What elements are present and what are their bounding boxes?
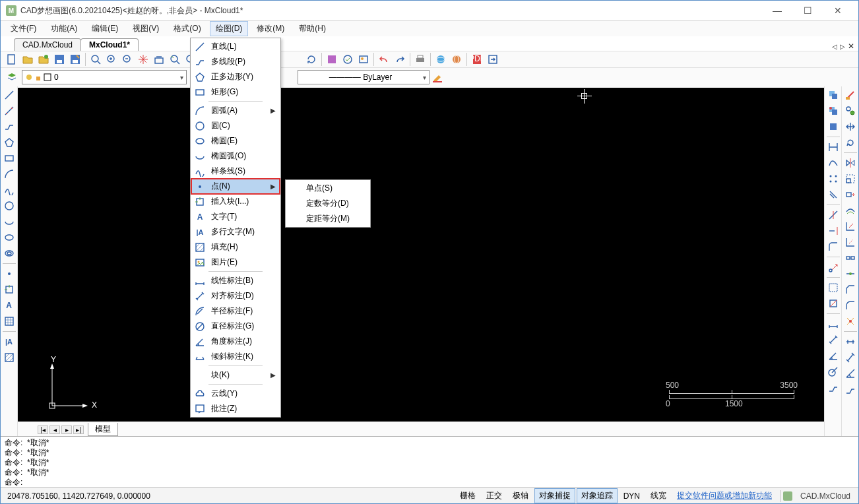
ellipse-arc-tool-icon[interactable] (2, 214, 16, 229)
drawing-canvas[interactable]: Y X 5003500 01500 (18, 88, 824, 422)
linetype-dropdown[interactable]: ———— ByLayer ▾ (298, 70, 430, 84)
minimize-button[interactable]: — (762, 1, 792, 20)
menu-item-dim-aligned[interactable]: 对齐标注(D) (191, 288, 280, 303)
open-cloud-icon[interactable] (36, 52, 51, 67)
menu-item-arc[interactable]: 圆弧(A)▶ (191, 103, 280, 118)
status-otrack[interactable]: 对象追踪 (577, 488, 618, 503)
offset-icon[interactable] (826, 187, 841, 202)
dim-h-icon[interactable] (843, 334, 858, 349)
zoom-previous-icon[interactable] (168, 52, 182, 67)
hatch2-tool-icon[interactable] (2, 350, 16, 365)
dim-radius-icon[interactable] (826, 364, 841, 379)
fillet2-icon[interactable] (843, 298, 858, 313)
menu-file[interactable]: 文件(F) (5, 21, 42, 36)
layout-prev-icon[interactable]: ◂ (49, 425, 60, 434)
xline-tool-icon[interactable] (2, 104, 16, 118)
save-icon[interactable] (52, 52, 67, 67)
join-icon[interactable] (843, 267, 858, 281)
globe2-icon[interactable] (449, 52, 464, 67)
globe-icon[interactable] (433, 52, 448, 67)
menu-modify[interactable]: 修改(M) (251, 21, 290, 36)
status-osnap[interactable]: 对象捕捉 (534, 488, 575, 503)
menu-item-polyline[interactable]: 多线段(P) (191, 54, 280, 69)
dim-leader-icon[interactable] (843, 382, 858, 396)
circle-tool-icon[interactable] (2, 199, 16, 213)
zoom-out-icon[interactable] (120, 52, 135, 67)
redo-icon[interactable] (393, 52, 407, 67)
insert-block-tool-icon[interactable] (2, 282, 16, 297)
line-tool-icon[interactable] (2, 88, 16, 102)
menu-item-dim-oblique[interactable]: 倾斜标注(K) (191, 349, 280, 364)
status-lweight[interactable]: 线宽 (646, 488, 671, 503)
offset2-icon[interactable] (843, 203, 858, 218)
copy-obj-icon[interactable] (843, 104, 858, 118)
menu-item-dim-diameter[interactable]: 直径标注(G) (191, 319, 280, 334)
dim-angular-icon[interactable] (826, 348, 841, 363)
submenu-item-single-point[interactable]: 单点(S) (286, 181, 369, 196)
layer-dropdown[interactable]: 0 ▾ (22, 70, 187, 84)
tab-scroll-left-icon[interactable]: ◁ (832, 43, 837, 50)
menu-item-insert-block[interactable]: 插入块(I...) (191, 194, 280, 209)
doc-tab-1[interactable]: CAD.MxCloud (14, 38, 81, 51)
tool-a-icon[interactable] (325, 52, 339, 67)
extend-icon[interactable] (826, 224, 841, 238)
tool-b-icon[interactable] (340, 52, 355, 67)
pan-icon[interactable] (136, 52, 150, 67)
paste-icon[interactable] (826, 104, 841, 118)
submenu-item-measure[interactable]: 定距等分(M) (286, 211, 369, 226)
menu-view[interactable]: 视图(V) (127, 21, 165, 36)
move-obj-icon[interactable] (843, 119, 858, 134)
text-tool-icon[interactable]: A (2, 298, 16, 313)
menu-item-text[interactable]: A文字(T) (191, 209, 280, 224)
save-as-icon[interactable] (68, 52, 82, 67)
rect-sel-icon[interactable] (826, 280, 841, 295)
dim-v-icon[interactable] (843, 350, 858, 365)
trim2-icon[interactable] (843, 219, 858, 234)
tool-c-icon[interactable] (356, 52, 371, 67)
open-file-icon[interactable] (20, 52, 35, 67)
menu-item-dim-linear[interactable]: 线性标注(B) (191, 273, 280, 288)
ellipse-tool-icon[interactable] (2, 230, 16, 245)
brush-color-icon[interactable] (432, 70, 448, 84)
polyline-tool-icon[interactable] (2, 119, 16, 134)
menu-function[interactable]: 功能(A) (45, 21, 83, 36)
menu-item-ellipsearc[interactable]: 椭圆弧(O) (191, 148, 280, 164)
menu-item-circle[interactable]: 圆(C) (191, 118, 280, 133)
status-ortho[interactable]: 正交 (482, 488, 507, 503)
menu-item-cloud[interactable]: 云线(Y) (191, 386, 280, 401)
hatch-tool-icon[interactable] (2, 314, 16, 329)
menu-item-dim-radius[interactable]: 半径标注(F) (191, 303, 280, 319)
menu-item-hatch[interactable]: 填充(H) (191, 239, 280, 255)
menu-item-image[interactable]: 图片(E) (191, 255, 280, 270)
break-icon[interactable] (843, 251, 858, 265)
eraser-icon[interactable] (826, 296, 841, 311)
arc-tool-icon[interactable] (2, 167, 16, 181)
status-polar[interactable]: 极轴 (508, 488, 533, 503)
dim-linear-icon[interactable] (826, 317, 841, 331)
close-button[interactable]: ✕ (823, 1, 853, 20)
regen-icon[interactable] (304, 52, 319, 67)
menu-item-block[interactable]: 块(K)▶ (191, 367, 280, 383)
zoom-window-icon[interactable] (88, 52, 103, 67)
zoom-in-icon[interactable] (104, 52, 119, 67)
menu-item-mtext[interactable]: |A多行文字(M) (191, 224, 280, 239)
layout-next-icon[interactable]: ▸ (61, 425, 72, 434)
spline-tool-icon[interactable] (2, 183, 16, 197)
status-grid[interactable]: 栅格 (455, 488, 480, 503)
doc-tab-2[interactable]: MxCloud1* (80, 38, 139, 51)
menu-help[interactable]: 帮助(H) (293, 21, 332, 36)
print-icon[interactable] (413, 52, 428, 67)
mtext-tool-icon[interactable]: |A (2, 334, 16, 349)
mirror2-icon[interactable] (843, 156, 858, 170)
mirror-icon[interactable] (826, 156, 841, 170)
array-icon[interactable] (826, 172, 841, 186)
rotate-icon[interactable] (843, 135, 858, 150)
maximize-button[interactable]: ☐ (792, 1, 823, 20)
dim-aligned-icon[interactable] (826, 332, 841, 347)
zoom-extents-icon[interactable] (152, 52, 166, 67)
menu-format[interactable]: 格式(O) (168, 21, 207, 36)
copy-icon[interactable] (826, 88, 841, 102)
dim-diameter-icon[interactable] (826, 380, 841, 394)
pdf-icon[interactable]: PDF (470, 52, 484, 67)
layout-first-icon[interactable]: |◂ (38, 425, 48, 434)
